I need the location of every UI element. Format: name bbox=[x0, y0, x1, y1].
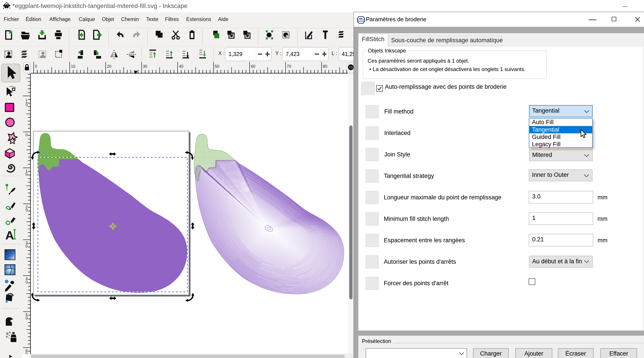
svg-text:0: 0 bbox=[35, 64, 37, 69]
svg-text:30: 30 bbox=[143, 64, 147, 69]
svg-text:50: 50 bbox=[215, 64, 219, 69]
svg-text:STITCH: STITCH bbox=[358, 20, 364, 22]
svg-text:0: 0 bbox=[26, 244, 28, 249]
svg-text:40: 40 bbox=[179, 64, 183, 69]
svg-text:0: 0 bbox=[26, 316, 28, 320]
svg-text:0: 0 bbox=[26, 208, 28, 212]
svg-text:60: 60 bbox=[251, 64, 255, 69]
svg-text:A: A bbox=[5, 229, 14, 242]
svg-text:0: 0 bbox=[26, 352, 28, 354]
svg-text:INK: INK bbox=[359, 17, 363, 20]
svg-text:80: 80 bbox=[323, 64, 327, 69]
svg-text:0: 0 bbox=[26, 133, 28, 137]
svg-text:70: 70 bbox=[287, 64, 291, 69]
svg-text:0: 0 bbox=[26, 102, 28, 107]
svg-text:10: 10 bbox=[71, 64, 75, 69]
svg-text:0: 0 bbox=[26, 172, 28, 177]
svg-text:20: 20 bbox=[107, 64, 112, 69]
svg-text:0: 0 bbox=[26, 280, 28, 284]
